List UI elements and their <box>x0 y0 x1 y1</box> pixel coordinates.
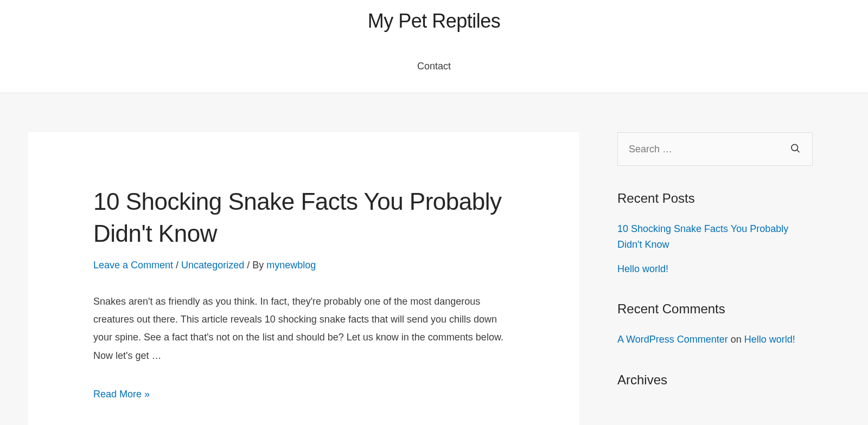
post-title: 10 Shocking Snake Facts You Probably Did… <box>93 185 514 250</box>
page-body: 10 Shocking Snake Facts You Probably Did… <box>0 93 868 425</box>
comments-link[interactable]: Leave a Comment <box>93 260 173 271</box>
list-item: Hello world! <box>617 261 813 277</box>
comment-post-link[interactable]: Hello world! <box>744 334 795 345</box>
list-item: 10 Shocking Snake Facts You Probably Did… <box>617 221 813 253</box>
comment-on-text: on <box>728 334 744 345</box>
category-link[interactable]: Uncategorized <box>181 260 244 271</box>
post-meta: Leave a Comment / Uncategorized / By myn… <box>93 260 514 271</box>
meta-by-separator: / By <box>244 260 266 271</box>
author-link[interactable]: mynewblog <box>266 260 316 271</box>
meta-separator: / <box>173 260 181 271</box>
recent-post-link[interactable]: Hello world! <box>617 263 668 274</box>
svg-line-1 <box>797 150 799 152</box>
svg-point-0 <box>792 144 798 151</box>
search-button[interactable] <box>787 140 804 159</box>
primary-nav: Contact <box>0 39 868 93</box>
nav-item-contact[interactable]: Contact <box>417 61 451 72</box>
post-card: 10 Shocking Snake Facts You Probably Did… <box>28 132 579 425</box>
site-header: My Pet Reptiles Contact <box>0 0 868 93</box>
sidebar: Recent Posts 10 Shocking Snake Facts You… <box>617 132 813 413</box>
comment-author-link[interactable]: A WordPress Commenter <box>617 334 728 345</box>
post-excerpt: Snakes aren't as friendly as you think. … <box>93 293 514 365</box>
list-item: A WordPress Commenter on Hello world! <box>617 332 813 347</box>
site-title-wrap: My Pet Reptiles <box>0 0 868 39</box>
site-title-link[interactable]: My Pet Reptiles <box>368 10 501 32</box>
recent-posts-title: Recent Posts <box>617 191 813 206</box>
search-input[interactable] <box>617 132 813 166</box>
read-more-link[interactable]: Read More » <box>93 389 150 400</box>
archives-title: Archives <box>617 372 813 388</box>
recent-comments-title: Recent Comments <box>617 301 813 317</box>
archives-widget: Archives <box>617 372 813 388</box>
recent-comments-widget: Recent Comments A WordPress Commenter on… <box>617 301 813 347</box>
search-icon <box>790 143 801 154</box>
recent-post-link[interactable]: 10 Shocking Snake Facts You Probably Did… <box>617 223 788 250</box>
recent-posts-widget: Recent Posts 10 Shocking Snake Facts You… <box>617 191 813 276</box>
search-widget <box>617 132 813 166</box>
